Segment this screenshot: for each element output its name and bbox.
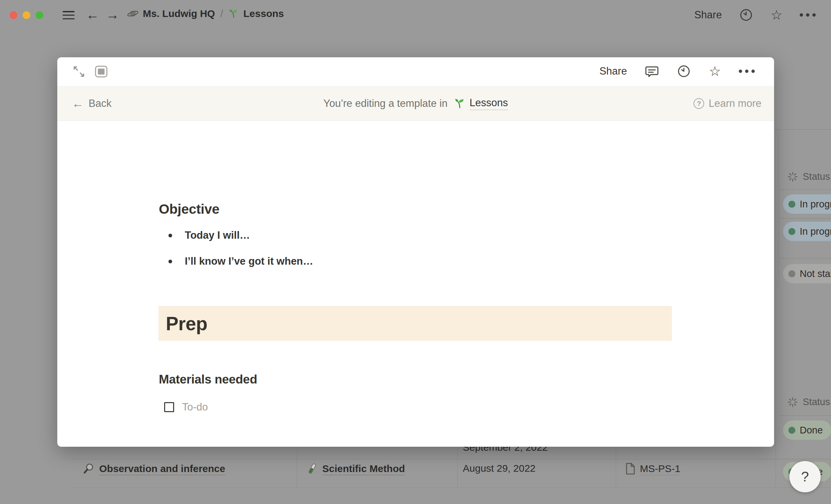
seedling-icon [454, 98, 465, 109]
banner-message: You’re editing a template in Lessons [57, 86, 774, 121]
banner-target-link[interactable]: Lessons [454, 97, 508, 110]
learn-more-link[interactable]: ? Learn more [693, 86, 762, 121]
breadcrumb-item-workspace[interactable]: Ms. Ludwig HQ [127, 8, 215, 19]
modal-header-actions: Share ☆ [599, 62, 755, 81]
status-pill[interactable]: Done [783, 420, 831, 440]
table-cell-date[interactable]: August 29, 2022 [463, 463, 536, 474]
breadcrumb-item-lessons[interactable]: Lessons [228, 8, 284, 19]
history-back-button[interactable]: ← [86, 7, 99, 22]
modal-share-button[interactable]: Share [599, 65, 627, 77]
breadcrumb-separator: / [220, 8, 224, 19]
status-column-header[interactable]: Status [788, 396, 830, 408]
heading-materials-needed[interactable]: Materials needed [159, 373, 257, 386]
window-minimize-button[interactable] [23, 11, 30, 19]
status-column-header[interactable]: Status [788, 171, 830, 182]
favorite-star-icon[interactable]: ☆ [709, 65, 721, 78]
share-button[interactable]: Share [694, 9, 722, 21]
window-zoom-button[interactable] [36, 11, 43, 19]
breadcrumb-label: Lessons [243, 8, 284, 19]
more-options-icon[interactable] [800, 13, 816, 17]
bullet-disc [169, 260, 172, 263]
breadcrumb-label: Ms. Ludwig HQ [143, 8, 215, 19]
magnifier-icon [83, 463, 94, 475]
table-cell-unit[interactable]: Scientific Method [306, 463, 405, 475]
side-peek-icon[interactable] [94, 65, 108, 78]
heading-prep-highlighted[interactable]: Prep [159, 306, 672, 341]
expand-fullpage-icon[interactable] [73, 65, 85, 78]
sidebar-toggle-icon[interactable] [63, 11, 75, 19]
help-button[interactable]: ? [790, 461, 821, 492]
table-cell-standard[interactable]: MS-PS-1 [625, 463, 681, 475]
status-property-icon [788, 397, 798, 407]
template-editor-modal: Share ☆ ← Back You’re editing a template… [57, 57, 774, 447]
window-close-button[interactable] [10, 11, 17, 19]
bullet-disc [169, 234, 172, 237]
table-cell-lesson[interactable]: Observation and inference [83, 463, 225, 475]
page-icon [625, 463, 635, 475]
template-page-content: Objective Today I will… I’ll know I’ve g… [57, 121, 774, 447]
help-circle-icon: ? [693, 98, 704, 109]
status-pill[interactable]: In progress [783, 222, 831, 241]
modal-header: Share ☆ [57, 57, 774, 86]
status-pill[interactable]: In progress [783, 195, 831, 214]
updates-clock-icon[interactable] [677, 64, 691, 78]
favorite-star-icon[interactable]: ☆ [770, 8, 782, 22]
todo-item[interactable]: To-do [164, 401, 208, 413]
app-top-bar: ← → Ms. Ludwig HQ / Lessons Share ☆ [0, 0, 831, 30]
comments-icon[interactable] [645, 64, 659, 78]
status-property-icon [788, 172, 798, 182]
list-item[interactable]: Today I will… [169, 229, 250, 241]
notion-window: { "topbar": { "breadcrumb": { "item1": {… [0, 0, 831, 504]
status-pill[interactable]: Not started [783, 264, 831, 283]
heading-objective[interactable]: Objective [159, 201, 220, 217]
planet-icon [127, 8, 139, 19]
checkbox-unchecked[interactable] [164, 402, 174, 412]
template-editing-banner: ← Back You’re editing a template in Less… [57, 86, 774, 121]
more-options-icon[interactable] [739, 69, 755, 73]
list-item[interactable]: I’ll know I’ve got it when… [169, 255, 313, 267]
seedling-icon [228, 8, 239, 19]
breadcrumb: Ms. Ludwig HQ / Lessons [127, 8, 284, 19]
history-forward-button[interactable]: → [106, 7, 119, 22]
updates-clock-icon[interactable] [739, 8, 753, 22]
test-tube-icon [306, 463, 318, 475]
topbar-actions: Share ☆ [694, 7, 816, 23]
